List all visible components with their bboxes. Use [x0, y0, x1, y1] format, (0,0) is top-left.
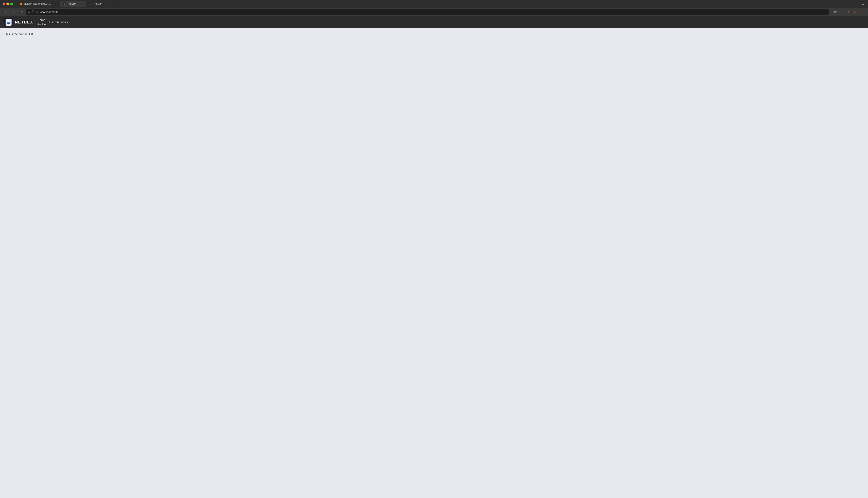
- app-nav-links: Home Profile: [37, 18, 46, 26]
- nav-home-link[interactable]: Home: [37, 18, 46, 22]
- close-button[interactable]: [2, 2, 5, 5]
- app-logo: [4, 18, 13, 26]
- main-content-area: This is the contact list: [0, 28, 868, 498]
- svg-point-4: [848, 12, 849, 12]
- address-bar-container[interactable]: [26, 9, 829, 15]
- tab-2-favicon: N: [63, 2, 66, 5]
- pocket-button[interactable]: [853, 9, 859, 15]
- tab-3-close[interactable]: ×: [106, 2, 109, 5]
- forward-button[interactable]: [10, 9, 16, 15]
- svg-rect-3: [36, 12, 38, 13]
- tab-overflow-button[interactable]: [860, 1, 866, 6]
- app-navbar: NETDEX Home Profile User Actions ▾: [0, 16, 868, 28]
- lock-icon: [36, 11, 38, 14]
- tab-1-close[interactable]: ×: [54, 2, 57, 5]
- app-logo-inner: [5, 19, 12, 26]
- nav-user-actions-dropdown[interactable]: User Actions ▾: [47, 19, 71, 26]
- back-button[interactable]: [2, 9, 9, 15]
- browser-tab-2[interactable]: N NetDex ×: [60, 1, 86, 7]
- svg-point-1: [21, 3, 22, 5]
- bookmark-star-button[interactable]: [832, 9, 838, 15]
- app-title: NETDEX: [15, 20, 33, 25]
- tab-2-label: NetDex: [67, 2, 78, 5]
- tab-bar: netdex-backend.ue.r.appspot.com/... × N …: [17, 1, 866, 7]
- nav-profile-link[interactable]: Profile: [37, 22, 46, 26]
- menu-button[interactable]: [859, 9, 866, 15]
- page-icon: [31, 11, 34, 14]
- title-bar: netdex-backend.ue.r.appspot.com/... × N …: [0, 0, 868, 8]
- browser-window: netdex-backend.ue.r.appspot.com/... × N …: [0, 0, 868, 498]
- app-content: NETDEX Home Profile User Actions ▾ This …: [0, 16, 868, 498]
- address-input[interactable]: [40, 11, 827, 14]
- maximize-button[interactable]: [10, 2, 13, 5]
- traffic-lights: [2, 2, 13, 5]
- tab-3-favicon: N: [89, 2, 92, 5]
- tab-2-close[interactable]: ×: [80, 2, 83, 5]
- nav-actions: [832, 9, 866, 15]
- nav-bar: [0, 8, 868, 16]
- logo-line-2: [7, 22, 11, 23]
- shield-button[interactable]: [839, 9, 845, 15]
- browser-tab-3[interactable]: N NetDex ×: [86, 1, 112, 7]
- svg-rect-5: [854, 11, 857, 13]
- tab-3-label: NetDex: [93, 2, 104, 5]
- tools-button[interactable]: [846, 9, 852, 15]
- user-actions-label: User Actions: [49, 21, 66, 24]
- app-brand: NETDEX: [4, 18, 33, 26]
- logo-line-1: [7, 21, 11, 21]
- contact-list-text: This is the contact list: [4, 32, 864, 36]
- tab-1-label: netdex-backend.ue.r.appspot.com/...: [24, 2, 52, 5]
- minimize-button[interactable]: [7, 2, 9, 5]
- reload-button[interactable]: [18, 9, 24, 15]
- new-tab-button[interactable]: +: [112, 1, 117, 6]
- security-icon: [28, 11, 30, 14]
- logo-line-3: [7, 23, 10, 24]
- dropdown-arrow-icon: ▾: [67, 21, 68, 24]
- browser-tab-1[interactable]: netdex-backend.ue.r.appspot.com/... ×: [17, 1, 60, 7]
- tab-1-favicon: [20, 2, 23, 5]
